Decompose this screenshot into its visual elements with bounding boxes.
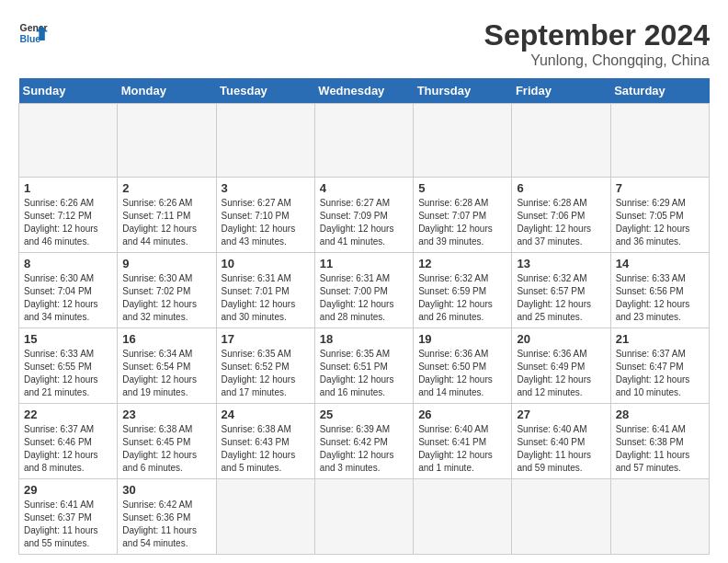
weekday-header-friday: Friday: [512, 78, 610, 104]
calendar-cell: 16Sunrise: 6:34 AMSunset: 6:54 PMDayligh…: [118, 328, 216, 404]
day-info: Sunrise: 6:33 AMSunset: 6:56 PMDaylight:…: [616, 272, 704, 324]
day-info: Sunrise: 6:31 AMSunset: 7:01 PMDaylight:…: [222, 272, 310, 324]
calendar-cell: 10Sunrise: 6:31 AMSunset: 7:01 PMDayligh…: [216, 253, 314, 328]
day-info: Sunrise: 6:37 AMSunset: 6:46 PMDaylight:…: [24, 423, 112, 475]
day-number: 12: [418, 257, 506, 270]
calendar-cell: 4Sunrise: 6:27 AMSunset: 7:09 PMDaylight…: [314, 178, 413, 253]
day-number: 24: [222, 408, 310, 421]
day-number: 13: [517, 257, 605, 270]
calendar-cell: [610, 104, 709, 178]
calendar-cell: 27Sunrise: 6:40 AMSunset: 6:40 PMDayligh…: [512, 404, 610, 479]
calendar-cell: 8Sunrise: 6:30 AMSunset: 7:04 PMDaylight…: [19, 253, 118, 328]
week-row-3: 15Sunrise: 6:33 AMSunset: 6:55 PMDayligh…: [19, 328, 710, 404]
calendar-cell: 12Sunrise: 6:32 AMSunset: 6:59 PMDayligh…: [414, 253, 512, 328]
day-info: Sunrise: 6:40 AMSunset: 6:40 PMDaylight:…: [517, 423, 605, 475]
calendar-cell: [118, 104, 216, 178]
weekday-header-row: SundayMondayTuesdayWednesdayThursdayFrid…: [19, 78, 710, 104]
day-info: Sunrise: 6:41 AMSunset: 6:38 PMDaylight:…: [616, 423, 704, 475]
day-info: Sunrise: 6:42 AMSunset: 6:36 PMDaylight:…: [122, 499, 210, 550]
calendar-cell: 23Sunrise: 6:38 AMSunset: 6:45 PMDayligh…: [118, 404, 216, 479]
calendar-cell: [216, 104, 314, 178]
calendar-cell: [216, 479, 314, 555]
weekday-header-thursday: Thursday: [414, 78, 512, 104]
day-info: Sunrise: 6:30 AMSunset: 7:02 PMDaylight:…: [122, 272, 210, 324]
day-number: 25: [320, 408, 408, 421]
calendar-cell: 28Sunrise: 6:41 AMSunset: 6:38 PMDayligh…: [610, 404, 709, 479]
day-info: Sunrise: 6:37 AMSunset: 6:47 PMDaylight:…: [616, 348, 704, 399]
day-info: Sunrise: 6:32 AMSunset: 6:57 PMDaylight:…: [517, 272, 605, 324]
weekday-header-tuesday: Tuesday: [216, 78, 314, 104]
calendar-cell: [314, 104, 413, 178]
weekday-header-saturday: Saturday: [610, 78, 709, 104]
calendar-cell: 29Sunrise: 6:41 AMSunset: 6:37 PMDayligh…: [19, 479, 118, 555]
week-row-2: 8Sunrise: 6:30 AMSunset: 7:04 PMDaylight…: [19, 253, 710, 328]
day-number: 21: [616, 332, 704, 346]
calendar-cell: 24Sunrise: 6:38 AMSunset: 6:43 PMDayligh…: [216, 404, 314, 479]
week-row-0: [19, 104, 710, 178]
calendar-cell: 17Sunrise: 6:35 AMSunset: 6:52 PMDayligh…: [216, 328, 314, 404]
day-info: Sunrise: 6:29 AMSunset: 7:05 PMDaylight:…: [616, 197, 704, 248]
day-number: 11: [320, 257, 408, 270]
calendar-cell: 13Sunrise: 6:32 AMSunset: 6:57 PMDayligh…: [512, 253, 610, 328]
day-info: Sunrise: 6:38 AMSunset: 6:45 PMDaylight:…: [122, 423, 210, 475]
calendar-cell: [19, 104, 118, 178]
calendar-table: SundayMondayTuesdayWednesdayThursdayFrid…: [18, 78, 710, 555]
day-info: Sunrise: 6:36 AMSunset: 6:50 PMDaylight:…: [418, 348, 506, 399]
day-info: Sunrise: 6:31 AMSunset: 7:00 PMDaylight:…: [320, 272, 408, 324]
day-info: Sunrise: 6:28 AMSunset: 7:07 PMDaylight:…: [418, 197, 506, 248]
calendar-cell: [314, 479, 413, 555]
day-info: Sunrise: 6:35 AMSunset: 6:52 PMDaylight:…: [222, 348, 310, 399]
day-number: 19: [418, 332, 506, 346]
day-number: 17: [222, 332, 310, 346]
svg-text:Blue: Blue: [20, 34, 41, 44]
day-number: 16: [122, 332, 210, 346]
calendar-cell: 3Sunrise: 6:27 AMSunset: 7:10 PMDaylight…: [216, 178, 314, 253]
day-number: 5: [418, 181, 506, 195]
calendar-cell: [414, 104, 512, 178]
logo: General Blue: [18, 18, 48, 48]
day-number: 10: [222, 257, 310, 270]
calendar-cell: 1Sunrise: 6:26 AMSunset: 7:12 PMDaylight…: [19, 178, 118, 253]
calendar-cell: 5Sunrise: 6:28 AMSunset: 7:07 PMDaylight…: [414, 178, 512, 253]
calendar-cell: [610, 479, 709, 555]
weekday-header-monday: Monday: [118, 78, 216, 104]
day-number: 22: [24, 408, 112, 421]
location-subtitle: Yunlong, Chongqing, China: [484, 52, 710, 69]
logo-icon: General Blue: [18, 18, 48, 48]
day-info: Sunrise: 6:34 AMSunset: 6:54 PMDaylight:…: [122, 348, 210, 399]
day-info: Sunrise: 6:41 AMSunset: 6:37 PMDaylight:…: [24, 499, 112, 550]
calendar-cell: 19Sunrise: 6:36 AMSunset: 6:50 PMDayligh…: [414, 328, 512, 404]
day-info: Sunrise: 6:39 AMSunset: 6:42 PMDaylight:…: [320, 423, 408, 475]
calendar-cell: 14Sunrise: 6:33 AMSunset: 6:56 PMDayligh…: [610, 253, 709, 328]
day-info: Sunrise: 6:38 AMSunset: 6:43 PMDaylight:…: [222, 423, 310, 475]
day-info: Sunrise: 6:27 AMSunset: 7:10 PMDaylight:…: [222, 197, 310, 248]
calendar-cell: 9Sunrise: 6:30 AMSunset: 7:02 PMDaylight…: [118, 253, 216, 328]
day-info: Sunrise: 6:40 AMSunset: 6:41 PMDaylight:…: [418, 423, 506, 475]
week-row-5: 29Sunrise: 6:41 AMSunset: 6:37 PMDayligh…: [19, 479, 710, 555]
day-info: Sunrise: 6:35 AMSunset: 6:51 PMDaylight:…: [320, 348, 408, 399]
calendar-cell: 2Sunrise: 6:26 AMSunset: 7:11 PMDaylight…: [118, 178, 216, 253]
day-number: 4: [320, 181, 408, 195]
day-number: 23: [122, 408, 210, 421]
day-number: 29: [24, 483, 112, 497]
day-number: 3: [222, 181, 310, 195]
day-number: 15: [24, 332, 112, 346]
day-number: 9: [122, 257, 210, 270]
calendar-cell: 25Sunrise: 6:39 AMSunset: 6:42 PMDayligh…: [314, 404, 413, 479]
calendar-cell: 6Sunrise: 6:28 AMSunset: 7:06 PMDaylight…: [512, 178, 610, 253]
month-title: September 2024: [484, 18, 710, 52]
day-number: 2: [122, 181, 210, 195]
calendar-cell: 20Sunrise: 6:36 AMSunset: 6:49 PMDayligh…: [512, 328, 610, 404]
day-number: 6: [517, 181, 605, 195]
day-number: 28: [616, 408, 704, 421]
page-header: General Blue September 2024 Yunlong, Cho…: [18, 18, 710, 69]
day-number: 7: [616, 181, 704, 195]
day-number: 30: [122, 483, 210, 497]
day-number: 27: [517, 408, 605, 421]
day-number: 8: [24, 257, 112, 270]
day-info: Sunrise: 6:32 AMSunset: 6:59 PMDaylight:…: [418, 272, 506, 324]
weekday-header-sunday: Sunday: [19, 78, 118, 104]
calendar-cell: 11Sunrise: 6:31 AMSunset: 7:00 PMDayligh…: [314, 253, 413, 328]
day-number: 20: [517, 332, 605, 346]
day-number: 14: [616, 257, 704, 270]
